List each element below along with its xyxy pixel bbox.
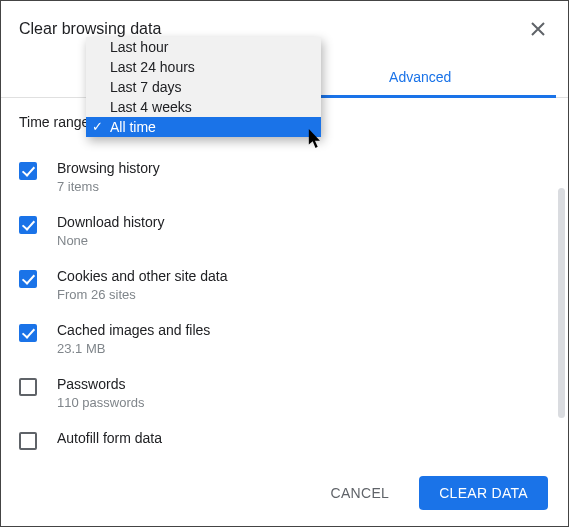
item-subtitle: 7 items [57,179,160,194]
checkbox-passwords[interactable] [19,378,37,396]
list-item: Download history None [19,204,550,258]
dialog-title: Clear browsing data [19,20,526,38]
dropdown-option[interactable]: Last 4 weeks [86,97,321,117]
item-subtitle: 110 passwords [57,395,144,410]
item-subtitle: From 26 sites [57,287,227,302]
close-button[interactable] [526,17,550,41]
item-subtitle: None [57,233,164,248]
dropdown-option[interactable]: Last hour [86,37,321,57]
item-title: Cached images and files [57,322,210,338]
tab-advanced[interactable]: Advanced [285,57,557,97]
list-item: Passwords 110 passwords [19,366,550,420]
item-subtitle: 23.1 MB [57,341,210,356]
list-item: Autofill form data [19,420,550,460]
clear-data-button[interactable]: CLEAR DATA [419,476,548,510]
checkbox-cached[interactable] [19,324,37,342]
dropdown-option[interactable]: Last 7 days [86,77,321,97]
item-title: Passwords [57,376,144,392]
checkbox-autofill[interactable] [19,432,37,450]
scrollbar-thumb[interactable] [558,188,565,418]
list-item: Cookies and other site data From 26 site… [19,258,550,312]
cancel-button[interactable]: CANCEL [311,476,410,510]
item-title: Download history [57,214,164,230]
list-item: Cached images and files 23.1 MB [19,312,550,366]
dropdown-option[interactable]: Last 24 hours [86,57,321,77]
item-title: Browsing history [57,160,160,176]
item-title: Cookies and other site data [57,268,227,284]
list-item: Browsing history 7 items [19,150,550,204]
data-type-list: Browsing history 7 items Download histor… [19,150,550,460]
dialog-footer: CANCEL CLEAR DATA [1,460,568,526]
checkbox-cookies[interactable] [19,270,37,288]
checkbox-browsing-history[interactable] [19,162,37,180]
dialog-body: Time range Browsing history 7 items Down… [1,98,568,460]
item-title: Autofill form data [57,430,162,446]
checkbox-download-history[interactable] [19,216,37,234]
time-range-dropdown[interactable]: Last hour Last 24 hours Last 7 days Last… [86,37,321,137]
time-range-label: Time range [19,114,89,130]
dropdown-option-selected[interactable]: All time [86,117,321,137]
close-icon [531,22,545,36]
